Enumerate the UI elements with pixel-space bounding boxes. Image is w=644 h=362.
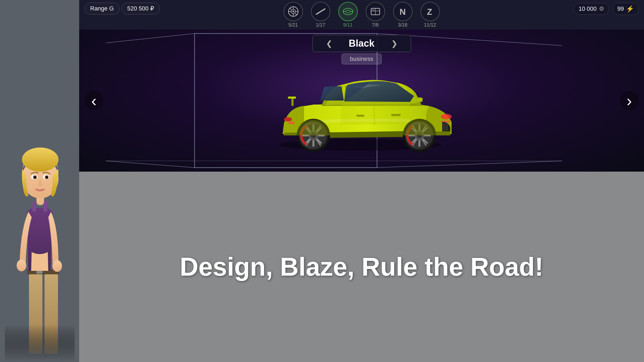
svg-rect-35 bbox=[372, 9, 374, 10]
gear-icon: ⚙ bbox=[599, 5, 604, 12]
svg-line-39 bbox=[106, 34, 195, 43]
svg-point-50 bbox=[284, 117, 292, 121]
tab-wheels-label: 5/21 bbox=[288, 22, 298, 28]
showroom: ❮ Black ❯ business bbox=[79, 29, 644, 172]
svg-line-42 bbox=[377, 161, 562, 168]
tab-z[interactable]: Z 11/12 bbox=[420, 2, 440, 28]
svg-point-29 bbox=[346, 10, 350, 13]
tab-hood-label: 9/11 bbox=[343, 22, 353, 28]
svg-line-40 bbox=[106, 161, 195, 168]
tab-stripe-label: 1/17 bbox=[316, 22, 325, 28]
color-right-arrow[interactable]: ❯ bbox=[391, 39, 397, 48]
color-selector: ❮ Black ❯ business bbox=[312, 35, 411, 64]
color-type-badge: business bbox=[342, 54, 382, 64]
tagline: Design, Blaze, Rule the Road! bbox=[180, 252, 543, 282]
svg-line-27 bbox=[316, 9, 325, 14]
nav-arrow-left[interactable]: ‹ bbox=[85, 91, 103, 110]
svg-point-48 bbox=[441, 114, 452, 119]
stripe-icon bbox=[311, 2, 330, 21]
car-display bbox=[268, 51, 456, 153]
tab-n[interactable]: N 3/18 bbox=[393, 2, 412, 28]
z-icon: Z bbox=[420, 2, 440, 21]
tab-hood[interactable]: 9/11 bbox=[338, 2, 358, 28]
svg-rect-4 bbox=[32, 201, 36, 212]
svg-rect-75 bbox=[288, 97, 296, 99]
top-bar: Range G 520 500 ₽ bbox=[79, 0, 644, 29]
svg-rect-17 bbox=[5, 268, 75, 362]
tab-body-label: 7/8 bbox=[372, 22, 379, 28]
body-icon bbox=[366, 2, 385, 21]
svg-point-15 bbox=[34, 176, 36, 178]
color-name-bar: ❮ Black ❯ bbox=[312, 35, 411, 52]
svg-line-26 bbox=[295, 13, 297, 15]
svg-rect-46 bbox=[391, 114, 401, 116]
bottom-panel: Design, Blaze, Rule the Road! bbox=[79, 172, 644, 362]
n-icon: N bbox=[393, 2, 412, 21]
svg-point-10 bbox=[22, 147, 58, 172]
price-badge: 520 500 ₽ bbox=[122, 3, 160, 14]
coins-badge: 10 000 ⚙ bbox=[574, 3, 609, 15]
svg-rect-74 bbox=[291, 98, 294, 106]
character-panel bbox=[0, 0, 79, 362]
nav-arrow-right[interactable]: › bbox=[620, 91, 639, 110]
color-name: Black bbox=[338, 38, 386, 49]
tab-n-label: 3/18 bbox=[398, 22, 407, 28]
tab-stripe[interactable]: 1/17 bbox=[311, 2, 330, 28]
svg-text:N: N bbox=[400, 7, 406, 17]
svg-point-20 bbox=[292, 11, 294, 12]
gems-amount: 99 bbox=[617, 5, 624, 12]
character-svg bbox=[5, 134, 75, 362]
car-info-badges: Range G 520 500 ₽ bbox=[79, 3, 160, 14]
svg-point-16 bbox=[46, 176, 48, 178]
main-area: Range G 520 500 ₽ bbox=[79, 0, 644, 362]
svg-rect-5 bbox=[43, 201, 47, 212]
gems-badge: 99 ⚡ bbox=[613, 3, 639, 15]
tab-wheels[interactable]: 5/21 bbox=[284, 2, 303, 28]
svg-line-25 bbox=[290, 8, 291, 10]
range-badge: Range G bbox=[85, 3, 119, 14]
coins-amount: 10 000 bbox=[579, 5, 597, 12]
color-left-arrow[interactable]: ❮ bbox=[326, 39, 332, 48]
svg-text:Z: Z bbox=[427, 7, 432, 17]
tab-body[interactable]: 7/8 bbox=[366, 2, 385, 28]
car-svg bbox=[268, 51, 456, 153]
wheels-icon bbox=[284, 2, 303, 21]
svg-rect-47 bbox=[356, 115, 364, 117]
icon-tabs: 5/21 1/17 bbox=[284, 2, 440, 28]
tab-z-label: 11/12 bbox=[424, 22, 436, 28]
svg-point-51 bbox=[288, 121, 295, 124]
lightning-icon: ⚡ bbox=[626, 5, 634, 13]
character-image bbox=[2, 121, 77, 362]
hood-icon bbox=[338, 2, 358, 21]
currency-area: 10 000 ⚙ 99 ⚡ bbox=[574, 3, 639, 15]
